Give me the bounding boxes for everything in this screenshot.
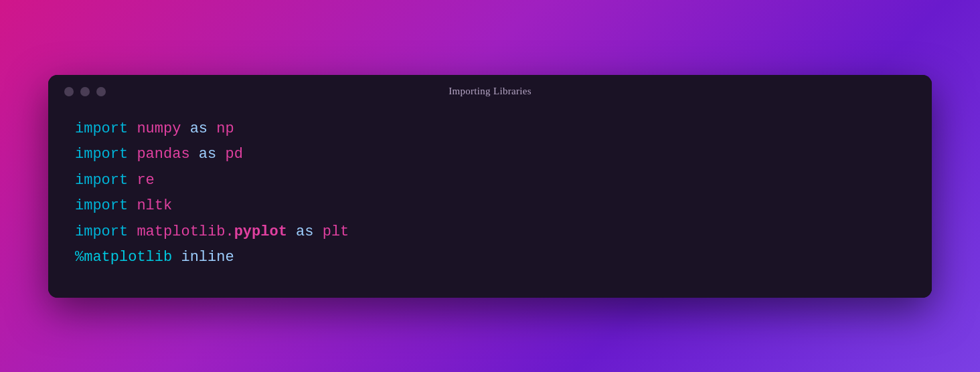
as-kw-2: as [199,146,226,163]
import-kw-4: import [75,197,137,214]
minimize-dot [80,87,90,96]
import-kw-2: import [75,146,137,163]
code-line-5: import matplotlib.pyplot as plt [75,219,905,246]
traffic-lights [64,87,106,96]
code-block: import numpy as np import pandas as pd i… [75,116,905,271]
code-line-6: %matplotlib inline [75,245,905,271]
as-kw-5: as [296,223,323,240]
code-line-1: import numpy as np [75,116,905,143]
maximize-dot [96,87,106,96]
lib-re: re [137,172,154,189]
window-title: Importing Libraries [448,86,532,97]
code-line-2: import pandas as pd [75,142,905,168]
lib-matplotlib: matplotlib [137,223,225,240]
alias-plt: plt [323,223,349,240]
as-kw-1: as [190,120,217,137]
titlebar: Importing Libraries [48,75,932,106]
alias-np: np [216,120,234,137]
dot-separator: . [225,223,234,240]
code-line-3: import re [75,168,905,194]
code-window: Importing Libraries import numpy as np i… [48,75,932,298]
import-kw-5: import [75,223,137,240]
close-dot [64,87,74,96]
import-kw-1: import [75,120,137,137]
lib-nltk: nltk [137,197,172,214]
lib-pandas: pandas [137,146,198,163]
magic-matplotlib: %matplotlib [75,249,181,266]
code-area: import numpy as np import pandas as pd i… [48,106,932,298]
lib-numpy: numpy [137,120,189,137]
lib-pyplot: pyplot [234,223,287,240]
magic-inline-kw: inline [181,249,234,266]
space-5 [287,223,296,240]
code-line-4: import nltk [75,193,905,219]
alias-pd: pd [225,146,242,163]
import-kw-3: import [75,172,137,189]
